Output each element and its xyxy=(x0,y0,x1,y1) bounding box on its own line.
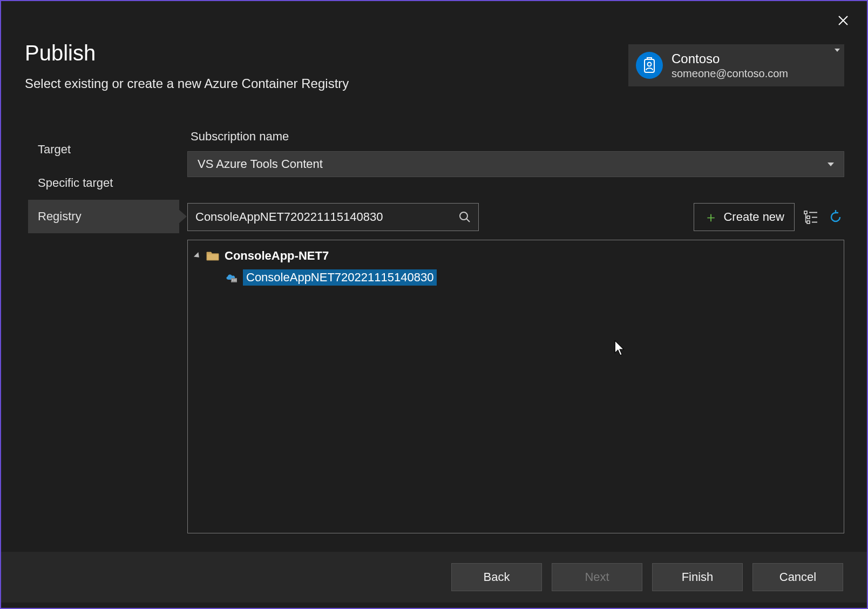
container-registry-icon xyxy=(225,272,238,283)
svg-point-2 xyxy=(460,212,467,220)
svg-rect-8 xyxy=(807,221,810,224)
finish-button[interactable]: Finish xyxy=(652,563,743,591)
expander-icon xyxy=(194,252,201,260)
sidebar-item-label: Specific target xyxy=(38,176,113,190)
close-button[interactable] xyxy=(836,13,851,28)
sidebar-item-registry[interactable]: Registry xyxy=(28,200,179,233)
account-name: Contoso xyxy=(672,51,788,67)
subscription-label: Subscription name xyxy=(191,130,844,144)
svg-rect-13 xyxy=(235,279,236,281)
footer-bar: Back Next Finish Cancel xyxy=(1,552,867,603)
refresh-button[interactable] xyxy=(827,206,844,228)
svg-point-1 xyxy=(648,63,652,66)
create-new-button[interactable]: ＋ Create new xyxy=(694,203,795,231)
svg-rect-12 xyxy=(234,279,235,281)
tree-view-toggle-button[interactable] xyxy=(802,206,819,228)
tree-group[interactable]: ConsoleApp-NET7 xyxy=(194,248,837,264)
sidebar-item-target[interactable]: Target xyxy=(28,133,179,166)
account-email: someone@contoso.com xyxy=(672,67,788,80)
account-selector[interactable]: Contoso someone@contoso.com xyxy=(628,44,844,86)
svg-line-3 xyxy=(466,219,470,222)
chevron-down-icon xyxy=(835,49,840,52)
tree-group-label: ConsoleApp-NET7 xyxy=(225,249,329,263)
search-input-container[interactable] xyxy=(187,203,479,231)
subscription-value: VS Azure Tools Content xyxy=(198,157,323,171)
create-new-label: Create new xyxy=(723,210,784,224)
svg-rect-4 xyxy=(804,211,807,214)
back-button[interactable]: Back xyxy=(451,563,542,591)
wizard-sidebar: Target Specific target Registry xyxy=(28,133,179,233)
account-badge-icon xyxy=(636,52,663,79)
registry-toolbar: ＋ Create new xyxy=(187,203,844,231)
tree-view-icon xyxy=(804,210,818,224)
tree-item[interactable]: ConsoleAppNET720221115140830 xyxy=(225,269,837,286)
chevron-down-icon xyxy=(828,163,834,166)
tree-item-label: ConsoleAppNET720221115140830 xyxy=(243,269,437,286)
sidebar-item-label: Registry xyxy=(38,209,82,223)
search-icon xyxy=(459,211,471,223)
subscription-dropdown[interactable]: VS Azure Tools Content xyxy=(187,151,844,177)
registry-tree: ConsoleApp-NET7 ConsoleAppNET72022111514… xyxy=(187,240,844,533)
search-input[interactable] xyxy=(195,210,433,224)
close-icon xyxy=(838,15,849,26)
next-button: Next xyxy=(552,563,642,591)
sidebar-item-label: Target xyxy=(38,143,71,156)
svg-rect-6 xyxy=(807,216,810,219)
folder-icon xyxy=(206,251,219,261)
refresh-icon xyxy=(828,209,843,225)
cancel-button[interactable]: Cancel xyxy=(752,563,843,591)
main-panel: Subscription name VS Azure Tools Content… xyxy=(187,130,844,533)
plus-icon: ＋ xyxy=(704,210,718,224)
svg-rect-11 xyxy=(232,279,233,281)
sidebar-item-specific-target[interactable]: Specific target xyxy=(28,166,179,200)
account-text: Contoso someone@contoso.com xyxy=(672,51,788,80)
